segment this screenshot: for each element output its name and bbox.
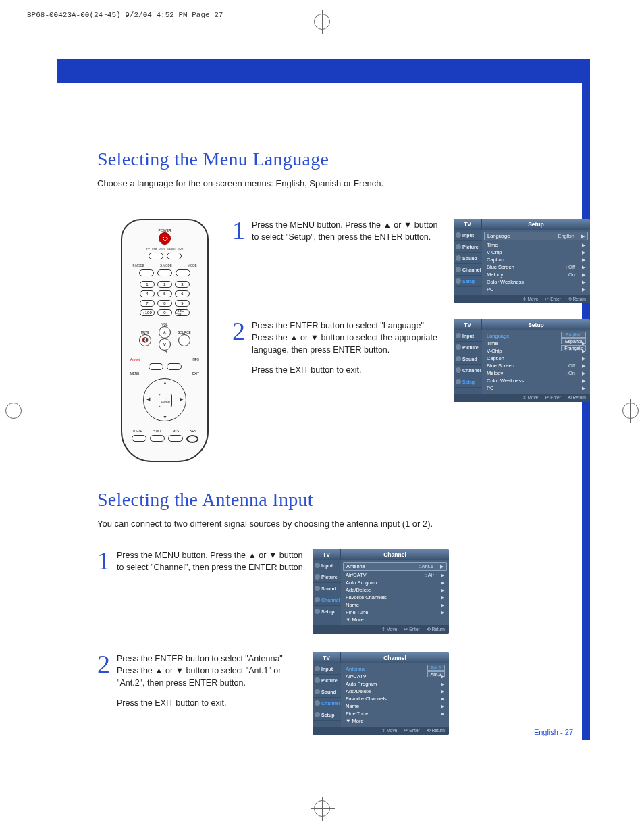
remote-menu-label: MENU [130, 372, 139, 376]
remote-illustration: POWER ⏻ TVSTBVCRCABLEDVD P.MODES.MODEMOD… [121, 219, 209, 462]
osd-channel-2: TVChannelInputPictureSoundChannelSetupAn… [313, 652, 449, 735]
section-rule [232, 209, 590, 209]
remote-exit-label: EXIT [192, 372, 199, 376]
remote-down-icon: ∨ [159, 338, 171, 351]
step-text: Press the ENTER button to select "Langua… [252, 319, 447, 385]
dpad-down-icon: ▼ [163, 415, 167, 419]
remote-info-label: INFO [192, 358, 199, 361]
anynet-label: Anynet [130, 358, 140, 361]
step-number: 2 [97, 652, 110, 675]
osd-setup-2: TVSetupInputPictureSoundChannelSetupLang… [454, 319, 590, 402]
remote-up-icon: ∧ [159, 326, 171, 338]
section-intro-2: You can connect to two different signal … [97, 519, 468, 529]
crop-mark-left [5, 403, 22, 419]
dpad-up-icon: ▲ [163, 380, 167, 385]
dpad-left-icon: ◀ [146, 396, 150, 402]
power-icon: ⏻ [159, 232, 171, 245]
step-number: 1 [232, 219, 245, 242]
srs-icon [186, 435, 198, 443]
step-text: Press the ENTER button to select "Antenn… [117, 652, 306, 718]
dpad-right-icon: ▶ [180, 396, 183, 402]
osd-setup-1: TVSetupInputPictureSoundChannelSetupLang… [454, 219, 590, 303]
page-footer: English - 27 [534, 728, 573, 736]
remote-mute-label: MUTE [141, 331, 150, 334]
remote-ch-label: CH [163, 351, 167, 354]
step-number: 2 [232, 319, 245, 342]
section-title-1: Selecting the Menu Language [97, 149, 590, 170]
crop-mark-top [314, 14, 330, 30]
section-title-2: Selecting the Antenna Input [97, 489, 590, 511]
enter-button-icon: ↩ENTER [159, 394, 172, 407]
step-text: Press the MENU button. Press the ▲ or ▼ … [252, 219, 447, 251]
osd-channel-1: TVChannelInputPictureSoundChannelSetupAn… [313, 549, 449, 634]
section-intro-1: Choose a language for the on-screen menu… [97, 178, 590, 188]
step-text: Press the MENU button. Press the ▲ or ▼ … [117, 549, 306, 582]
print-header: BP68-00423A-00(24~45) 9/2/04 4:52 PM Pag… [27, 11, 223, 19]
crop-mark-right [622, 403, 639, 419]
source-icon [178, 334, 190, 346]
step-number: 1 [97, 549, 110, 572]
mute-icon: 🔇 [139, 334, 151, 346]
remote-source-label: SOURCE [178, 331, 190, 334]
header-blue-bar [57, 59, 590, 83]
crop-mark-bottom [314, 800, 330, 817]
